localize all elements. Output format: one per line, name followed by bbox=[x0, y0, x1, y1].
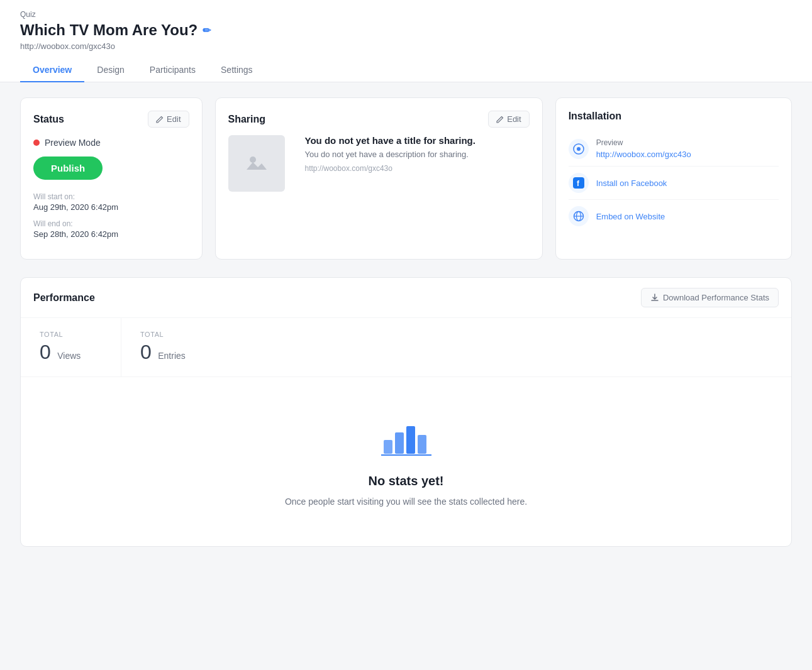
svg-rect-9 bbox=[395, 432, 404, 454]
entries-value: 0 bbox=[140, 341, 152, 364]
globe-icon bbox=[573, 211, 584, 222]
installation-header: Installation bbox=[569, 111, 779, 122]
download-performance-button[interactable]: Download Performance Stats bbox=[641, 288, 779, 307]
title-edit-icon[interactable]: ✏ bbox=[203, 25, 211, 36]
no-stats-title: No stats yet! bbox=[368, 474, 443, 488]
tab-overview[interactable]: Overview bbox=[20, 58, 84, 82]
quiz-url[interactable]: http://woobox.com/gxc43o bbox=[20, 41, 792, 51]
entries-label: Entries bbox=[158, 351, 186, 361]
svg-rect-8 bbox=[384, 440, 392, 454]
installation-item-preview[interactable]: Preview http://woobox.com/gxc43o bbox=[569, 132, 779, 167]
cards-row: Status Edit Preview Mode Publish Will st… bbox=[20, 97, 792, 260]
tab-design[interactable]: Design bbox=[84, 58, 137, 82]
svg-rect-10 bbox=[406, 426, 415, 454]
no-stats-area: No stats yet! Once people start visiting… bbox=[21, 377, 791, 546]
status-header: Status Edit bbox=[33, 111, 189, 128]
status-card: Status Edit Preview Mode Publish Will st… bbox=[20, 97, 203, 260]
status-title: Status bbox=[33, 114, 64, 125]
download-label: Download Performance Stats bbox=[663, 293, 769, 302]
sharing-text: You do not yet have a title for sharing.… bbox=[305, 135, 476, 173]
tab-settings[interactable]: Settings bbox=[208, 58, 265, 82]
installation-card: Installation Preview http://woobox.com/g… bbox=[555, 97, 792, 260]
sharing-no-desc: You do not yet have a description for sh… bbox=[305, 150, 476, 159]
sharing-header: Sharing Edit bbox=[216, 98, 542, 135]
quiz-title-row: Which TV Mom Are You? ✏ bbox=[20, 21, 792, 39]
installation-item-embed[interactable]: Embed on Website bbox=[569, 200, 779, 233]
main-nav: Overview Design Participants Settings bbox=[20, 58, 792, 82]
installation-title: Installation bbox=[569, 111, 621, 122]
will-end-value: Sep 28th, 2020 6:42pm bbox=[33, 229, 189, 239]
entries-sub-label: TOTAL bbox=[140, 331, 203, 338]
performance-section: Performance Download Performance Stats T… bbox=[20, 277, 792, 547]
status-red-dot bbox=[33, 140, 40, 146]
stat-views: TOTAL 0 Views bbox=[21, 318, 121, 376]
stats-row: TOTAL 0 Views TOTAL 0 Entries bbox=[21, 318, 791, 377]
top-bar: Quiz Which TV Mom Are You? ✏ http://woob… bbox=[0, 0, 812, 82]
stat-entries: TOTAL 0 Entries bbox=[121, 318, 222, 376]
no-stats-desc: Once people start visiting you will see … bbox=[285, 495, 527, 508]
sharing-no-title: You do not yet have a title for sharing. bbox=[305, 135, 476, 146]
bar-chart-icon bbox=[381, 415, 431, 461]
status-edit-button[interactable]: Edit bbox=[148, 111, 189, 128]
sharing-preview-image bbox=[228, 135, 285, 192]
svg-point-2 bbox=[577, 147, 581, 151]
views-sub-label: TOTAL bbox=[40, 331, 102, 338]
performance-title: Performance bbox=[33, 292, 95, 304]
embed-website-label: Embed on Website bbox=[596, 212, 665, 221]
quiz-title-text: Which TV Mom Are You? bbox=[20, 21, 197, 39]
quiz-type-label: Quiz bbox=[20, 10, 792, 19]
facebook-icon-wrapper: f bbox=[569, 173, 589, 193]
status-mode-label: Preview Mode bbox=[45, 138, 101, 148]
performance-header: Performance Download Performance Stats bbox=[21, 278, 791, 318]
tab-participants[interactable]: Participants bbox=[137, 58, 208, 82]
sharing-url: http://woobox.com/gxc43o bbox=[305, 164, 476, 173]
preview-label: Preview bbox=[596, 138, 691, 147]
globe-icon-wrapper bbox=[569, 206, 589, 226]
image-placeholder-icon bbox=[244, 151, 269, 176]
views-value: 0 bbox=[40, 341, 51, 364]
preview-url[interactable]: http://woobox.com/gxc43o bbox=[596, 150, 691, 159]
sharing-edit-button[interactable]: Edit bbox=[488, 111, 529, 128]
installation-preview-text: Preview http://woobox.com/gxc43o bbox=[596, 138, 691, 160]
will-end-label: Will end on: bbox=[33, 219, 189, 228]
main-content: Status Edit Preview Mode Publish Will st… bbox=[0, 82, 812, 562]
svg-point-0 bbox=[250, 157, 256, 163]
sharing-pencil-icon bbox=[496, 116, 504, 123]
views-label: Views bbox=[57, 351, 81, 361]
eye-icon bbox=[573, 143, 584, 155]
svg-rect-11 bbox=[418, 435, 426, 454]
will-start-value: Aug 29th, 2020 6:42pm bbox=[33, 202, 189, 212]
eye-icon-wrapper bbox=[569, 139, 589, 159]
will-start-label: Will start on: bbox=[33, 192, 189, 201]
download-icon bbox=[650, 294, 659, 302]
facebook-icon: f bbox=[573, 177, 584, 189]
sharing-body: You do not yet have a title for sharing.… bbox=[216, 135, 542, 204]
will-end-item: Will end on: Sep 28th, 2020 6:42pm bbox=[33, 219, 189, 239]
status-indicator: Preview Mode bbox=[33, 138, 189, 148]
publish-button[interactable]: Publish bbox=[33, 157, 103, 180]
install-facebook-label: Install on Facebook bbox=[596, 178, 667, 188]
will-start-item: Will start on: Aug 29th, 2020 6:42pm bbox=[33, 192, 189, 212]
installation-item-facebook[interactable]: f Install on Facebook bbox=[569, 167, 779, 200]
pencil-icon bbox=[156, 116, 164, 123]
sharing-card: Sharing Edit You do not yet have a tit bbox=[215, 97, 543, 260]
sharing-title: Sharing bbox=[228, 114, 266, 125]
